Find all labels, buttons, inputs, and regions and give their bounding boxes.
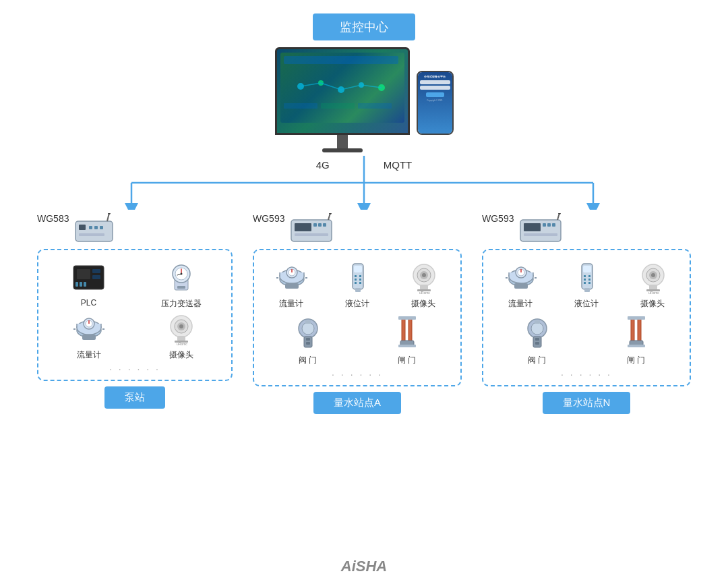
phone-field-2 [420,86,450,90]
gateway-label-pump: WG583 [37,213,69,224]
level-n-label: 液位计 [574,298,599,310]
device-grid-a-row2: 阀 门 闸 门 [261,315,454,366]
monitor-screen [275,47,410,135]
monitor-screen-inner [277,49,408,133]
device-box-a: 流量计 [253,249,462,386]
svg-rect-39 [177,286,185,289]
station-badge-pump: 泵站 [104,386,165,409]
svg-rect-148 [628,345,645,347]
level-a-label: 液位计 [345,298,369,310]
svg-rect-74 [285,283,299,289]
flowmeter-n-icon [500,258,541,295]
svg-rect-99 [402,318,405,342]
svg-rect-90 [420,285,428,290]
device-grid-n-row2: 阀 门 闸 门 [490,315,683,366]
svg-rect-78 [354,266,362,272]
svg-rect-0 [284,56,398,64]
flowmeter-a-icon [271,258,311,295]
plc-icon [69,258,109,295]
valve-a-label: 阀 门 [299,355,317,366]
svg-rect-149 [628,316,645,320]
water-station-n-column: WG593 [482,213,691,414]
gateway-icon-n [517,213,571,243]
svg-rect-84 [359,282,361,284]
device-grid-a-row1: 流量计 [261,258,454,310]
phone-btn [426,92,444,97]
device-box-n: 流量计 [482,249,691,386]
svg-rect-130 [588,282,590,284]
phone-field-1 [420,80,450,84]
gateway-row-a: WG593 [253,213,342,243]
device-camera-pump: uRomc 摄像头 [138,310,224,361]
svg-rect-102 [398,345,416,347]
camera-a-icon: uRomc [403,258,444,295]
svg-rect-32 [84,282,86,287]
svg-rect-107 [547,223,551,227]
stations-row: WG583 [27,213,701,414]
pump-station-column: WG583 [37,213,233,414]
device-grid-pump-row2: 流量计 uRomc [45,310,224,361]
station-badge-a: 量水站点A [313,392,401,414]
svg-rect-128 [588,275,590,277]
svg-point-89 [422,273,426,277]
svg-rect-55 [177,336,185,341]
svg-point-140 [531,322,543,334]
svg-rect-20 [89,226,92,229]
gateway-row-n: WG593 [482,213,571,243]
svg-rect-120 [514,283,528,289]
svg-rect-108 [552,223,555,227]
camera-n-label: 摄像头 [640,298,665,310]
flowmeter-pump-icon [69,310,109,347]
phone-footer-text: Copyright © 2021 [427,99,442,102]
device-valve-n: 阀 门 [490,315,584,366]
svg-rect-59 [295,223,311,231]
gate-n-label: 闸 门 [627,355,645,366]
monitor-center-label: 监控中心 [313,13,415,40]
flowmeter-pump-label: 流量计 [77,349,101,361]
svg-rect-81 [355,282,357,284]
svg-rect-146 [638,318,641,342]
gateway-label-a: WG593 [253,213,284,224]
device-flowmeter-n: 流量计 [490,258,551,310]
protocol-4g: 4G [316,159,330,171]
svg-point-38 [181,272,183,274]
device-box-pump: PLC [37,249,233,381]
svg-rect-29 [92,275,100,279]
device-flowmeter-a: 流量计 [261,258,322,310]
svg-rect-145 [631,318,634,342]
device-gate-a: 闸 门 [360,315,454,366]
device-camera-a: uRomc 摄像头 [393,258,454,310]
flowmeter-a-label: 流量计 [279,298,303,310]
pressure-icon [161,258,202,295]
device-flowmeter-pump: 流量计 [45,310,132,361]
svg-rect-141 [535,320,540,324]
device-pressure: 压力变送器 [138,258,224,310]
svg-rect-95 [305,320,311,324]
level-n-icon [566,258,607,295]
svg-rect-31 [80,282,82,287]
dots-pump: · · · · · · [45,361,224,374]
svg-text:uRomc: uRomc [177,342,187,345]
svg-rect-136 [649,285,657,290]
svg-rect-27 [77,269,90,279]
svg-rect-23 [79,233,104,236]
flowmeter-n-label: 流量计 [508,298,533,310]
svg-rect-131 [584,288,590,292]
valve-n-label: 阀 门 [528,355,546,366]
svg-text:uRomc: uRomc [648,291,659,294]
phone-wrap: 分布式设备云平台 Copyright © 2021 [417,71,454,135]
svg-rect-124 [583,266,591,272]
svg-rect-80 [355,279,357,281]
device-plc: PLC [45,258,132,310]
gateway-label-n: WG593 [482,213,514,224]
svg-point-135 [651,273,655,277]
svg-rect-83 [359,279,361,281]
dots-a: · · · · · · [261,366,454,380]
svg-rect-18 [75,221,113,241]
device-grid-n-row1: 流量计 [490,258,683,310]
svg-rect-22 [100,226,103,229]
svg-rect-60 [313,223,317,227]
svg-line-8 [341,85,361,90]
svg-rect-79 [355,275,357,277]
gate-n-icon [616,315,657,352]
